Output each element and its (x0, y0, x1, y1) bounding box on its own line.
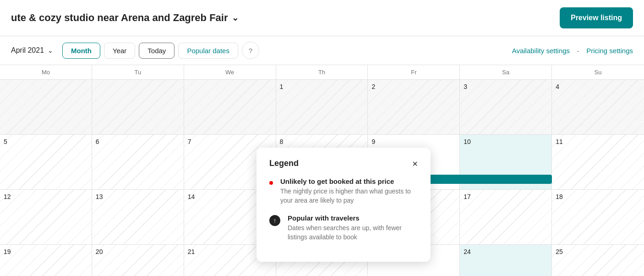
cal-cell-6[interactable]: 6 (92, 135, 184, 190)
legend-item-popular: ↑ Popular with travelers Dates when sear… (269, 214, 418, 242)
cal-cell-3[interactable]: 3 (460, 80, 552, 135)
legend-item-1-text: Unlikely to get booked at this price The… (280, 177, 418, 205)
cal-date-12: 12 (4, 193, 11, 200)
cal-cell-17[interactable]: 17 (460, 190, 552, 245)
cal-date-1: 1 (280, 83, 284, 90)
legend-modal: Legend × Unlikely to get booked at this … (257, 148, 431, 262)
legend-item-2-title: Popular with travelers (288, 214, 418, 222)
cal-cell-11[interactable]: 11 (552, 135, 644, 190)
toolbar-left: April 2021 ⌄ Month Year Today Popular da… (11, 42, 259, 59)
day-header-fr: Fr (368, 65, 460, 79)
cal-date-18: 18 (556, 193, 563, 200)
day-header-th: Th (276, 65, 368, 79)
page-header: ute & cozy studio near Arena and Zagreb … (0, 0, 644, 36)
month-view-button[interactable]: Month (62, 43, 100, 59)
cal-date-4: 4 (556, 83, 559, 90)
cal-date-11: 11 (556, 138, 563, 145)
legend-arrow-icon: ↑ (269, 215, 280, 226)
legend-item-1-desc: The nightly price is higher than what gu… (280, 187, 418, 205)
cal-cell-empty-1[interactable] (0, 80, 92, 135)
cal-cell-empty-3[interactable] (184, 80, 276, 135)
cal-date-9: 9 (371, 138, 375, 145)
legend-item-unlikely: Unlikely to get booked at this price The… (269, 177, 418, 205)
page-title-container: ute & cozy studio near Arena and Zagreb … (11, 12, 239, 24)
legend-close-button[interactable]: × (412, 159, 418, 168)
cal-cell-25[interactable]: 25 (552, 245, 644, 276)
cal-cell-24[interactable]: 24 (460, 245, 552, 276)
cal-date-8: 8 (280, 138, 284, 145)
month-selector[interactable]: April 2021 ⌄ (11, 46, 53, 55)
cal-date-7: 7 (188, 138, 191, 145)
cal-cell-5[interactable]: 5 (0, 135, 92, 190)
calendar-row-1: 1 2 3 4 (0, 80, 644, 135)
cal-date-21: 21 (188, 248, 195, 255)
day-header-su: Su (552, 65, 644, 79)
cal-cell-13[interactable]: 13 (92, 190, 184, 245)
cal-date-6: 6 (96, 138, 99, 145)
pricing-settings-link[interactable]: Pricing settings (586, 47, 633, 55)
calendar: Mo Tu We Th Fr Sa Su 1 2 3 4 5 6 7 (0, 65, 644, 276)
toolbar-right: Availability settings · Pricing settings (512, 47, 633, 55)
cal-date-14: 14 (188, 193, 195, 200)
preview-listing-button[interactable]: Preview listing (560, 7, 633, 28)
today-button[interactable]: Today (139, 43, 175, 59)
settings-divider: · (577, 47, 579, 55)
help-button[interactable]: ? (242, 42, 259, 59)
cal-cell-20[interactable]: 20 (92, 245, 184, 276)
year-view-button[interactable]: Year (104, 43, 135, 59)
cal-date-20: 20 (96, 248, 103, 255)
cal-cell-2[interactable]: 2 (368, 80, 460, 135)
cal-date-17: 17 (464, 193, 471, 200)
day-header-sa: Sa (460, 65, 552, 79)
legend-header: Legend × (269, 159, 418, 168)
cal-cell-4[interactable]: 4 (552, 80, 644, 135)
page-title: ute & cozy studio near Arena and Zagreb … (11, 12, 228, 24)
cal-cell-19[interactable]: 19 (0, 245, 92, 276)
title-chevron-icon[interactable]: ⌄ (232, 13, 239, 23)
calendar-toolbar: April 2021 ⌄ Month Year Today Popular da… (0, 36, 644, 65)
popular-dates-button[interactable]: Popular dates (178, 43, 238, 59)
legend-item-2-desc: Dates when searches are up, with fewer l… (288, 224, 418, 242)
day-header-mo: Mo (0, 65, 92, 79)
cal-date-10: 10 (464, 138, 471, 145)
day-header-tu: Tu (92, 65, 184, 79)
day-header-we: We (184, 65, 276, 79)
legend-dot-icon (269, 178, 273, 185)
cal-cell-18[interactable]: 18 (552, 190, 644, 245)
cal-date-13: 13 (96, 193, 103, 200)
legend-title: Legend (269, 159, 299, 168)
calendar-day-headers: Mo Tu We Th Fr Sa Su (0, 65, 644, 80)
trending-up-icon: ↑ (269, 215, 280, 226)
legend-item-2-text: Popular with travelers Dates when search… (288, 214, 418, 242)
cal-cell-empty-2[interactable] (92, 80, 184, 135)
legend-item-1-title: Unlikely to get booked at this price (280, 177, 418, 185)
availability-settings-link[interactable]: Availability settings (512, 47, 570, 55)
cal-cell-1[interactable]: 1 (276, 80, 368, 135)
cal-date-24: 24 (464, 248, 471, 255)
cal-cell-12[interactable]: 12 (0, 190, 92, 245)
month-chevron-icon: ⌄ (48, 47, 53, 54)
cal-date-3: 3 (464, 83, 467, 90)
cal-date-19: 19 (4, 248, 11, 255)
cal-date-2: 2 (371, 83, 375, 90)
cal-date-5: 5 (4, 138, 7, 145)
current-month-label: April 2021 (11, 46, 44, 55)
cal-date-25: 25 (556, 248, 563, 255)
